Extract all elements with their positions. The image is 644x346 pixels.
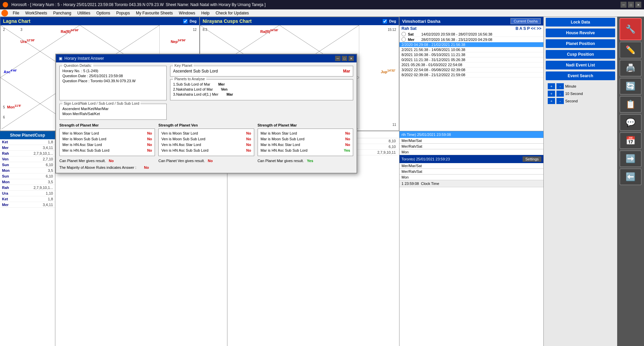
mar-row-1-value: No	[345, 131, 350, 135]
ven-row-3-value: No	[246, 143, 251, 147]
ven-result-value: No	[208, 159, 213, 163]
dialog-icon: ▣	[59, 56, 62, 61]
planets-analyse-label: Planets to Analyse	[173, 77, 206, 81]
mar-row-1-label: Mar is Moon Star Lord	[261, 131, 297, 135]
dialog-close-button[interactable]: ✕	[348, 56, 354, 61]
result-row: Can Planet Mer gives result. No Can Plan…	[59, 159, 353, 163]
analyse-value-1: Mer	[218, 82, 225, 86]
majority-value: No	[144, 165, 149, 169]
mer-result-value: No	[109, 159, 114, 163]
mer-row-4: Mer is HN Asc Sub Sub Lord No	[62, 148, 153, 153]
key-planet-value: Mar	[343, 69, 350, 73]
sign-lord-group: Sign Lord/Nak Lord / Sub Lord / Sub Sub …	[59, 104, 167, 120]
mar-row-4: Mar is HN Asc Sub Sub Lord Yes	[260, 148, 351, 153]
mar-result-value: Yes	[307, 159, 313, 163]
right-groups: Key Planet Ascendent Sub Sub Lord Mar Pl…	[170, 66, 353, 100]
mer-row-3-value: No	[147, 143, 152, 147]
strength-ven-box: Ven is Moon Star Lord No Ven is Moon Sub…	[158, 129, 254, 156]
strength-mer-title: Strength of Planet Mer	[59, 123, 155, 127]
asc-sub-sub-lord-label: Ascendent Sub Sub Lord	[173, 69, 218, 73]
strength-ven-title: Strength of Planet Ven	[158, 123, 254, 127]
mar-row-3-value: No	[345, 143, 350, 147]
mar-row-3-label: Mar is HN Asc Star Lord	[261, 143, 300, 147]
ven-row-3: Ven is HN Asc Star Lord No	[161, 142, 252, 147]
question-details-label: Question Details:	[62, 63, 93, 67]
mer-row-1-label: Mer is Moon Star Lord	[62, 131, 99, 135]
ven-result-row: Can Planet Ven gives result. No	[158, 159, 254, 163]
key-planet-row: Ascendent Sub Sub Lord Mar	[173, 69, 350, 73]
dialog-minimize-button[interactable]: ─	[335, 56, 340, 61]
majority-row: The Majority of Above Rules indicates An…	[59, 165, 353, 169]
mer-row-1-value: No	[147, 131, 152, 135]
strength-ven-section: Strength of Planet Ven Ven is Moon Star …	[158, 123, 254, 156]
mer-result-row: Can Planet Mer gives result. No	[59, 159, 155, 163]
question-details-group: Question Details: Horary No. : 5 (1-249)…	[59, 66, 167, 100]
ven-row-4-value: No	[246, 148, 251, 152]
mar-result-label: Can Planet Mar gives result.	[258, 159, 304, 163]
dialog-title-bar: ▣ Horary Instant Answer ─ □ ✕	[56, 54, 357, 62]
majority-label: The Majority of Above Rules indicates An…	[59, 165, 136, 169]
mer-row-2-label: Mer is Moon Sub Sub Lord	[62, 137, 106, 141]
dialog-maximize-button[interactable]: □	[342, 56, 347, 61]
ven-row-1-label: Ven is Moon Star Lord	[161, 131, 198, 135]
mer-result-label: Can Planet Mer gives result.	[59, 159, 106, 163]
mar-row-4-label: Mar is HN Asc Sub Sub Lord	[261, 148, 308, 152]
ven-row-3-label: Ven is HN Asc Star Lord	[161, 143, 201, 147]
mer-row-4-label: Mer is HN Asc Sub Sub Lord	[62, 148, 109, 152]
strength-mer-section: Strength of Planet Mer Mer is Moon Star …	[59, 123, 155, 156]
mar-result-row: Can Planet Mar gives result. Yes	[258, 159, 353, 163]
question-date-row: Question Date : 25/01/2021 23:59:08	[62, 74, 164, 78]
mar-row-2-value: No	[345, 137, 350, 141]
mar-row-3: Mar is HN Asc Star Lord No	[260, 142, 351, 147]
horary-no-text: Horary No. : 5 (1-249)	[62, 69, 98, 73]
question-place-row: Question Place : Toronto 043.39.N 079.23…	[62, 79, 164, 83]
ven-row-1: Ven is Moon Star Lord No	[161, 131, 252, 136]
dialog-top-row: Question Details: Horary No. : 5 (1-249)…	[59, 66, 353, 100]
mer-row-4-value: No	[147, 148, 152, 152]
moon-sign-text: Moon Mer/Rah/Sat/Ket	[62, 112, 100, 116]
asc-sign-row: Ascendent Mar/Ket/Mar/Mar	[62, 107, 164, 111]
dialog-overlay: ▣ Horary Instant Answer ─ □ ✕ Question D…	[0, 0, 644, 346]
analyse-value-3: Mar	[226, 92, 233, 96]
strength-row: Strength of Planet Mer Mer is Moon Star …	[59, 123, 353, 156]
mar-row-2: Mar is Moon Sub Sub Lord No	[260, 137, 351, 141]
analyse-row-3: 3.Nakshatra Lord of(1.) Mer Mar	[173, 92, 350, 96]
analyse-label-3: 3.Nakshatra Lord of(1.) Mer	[173, 92, 218, 96]
ven-row-2: Ven is Moon Sub Sub Lord No	[161, 137, 252, 141]
key-planet-group: Key Planet Ascendent Sub Sub Lord Mar	[170, 66, 353, 77]
ven-row-2-value: No	[246, 137, 251, 141]
strength-mer-box: Mer is Moon Star Lord No Mer is Moon Sub…	[59, 129, 155, 156]
mar-row-1: Mar is Moon Star Lord No	[260, 131, 351, 136]
dialog-body: Question Details: Horary No. : 5 (1-249)…	[56, 62, 357, 173]
ven-row-4-label: Ven is HN Asc Sub Sub Lord	[161, 148, 208, 152]
analyse-label-1: 1.Sub Sub Lord of Mar	[173, 82, 210, 86]
ven-result-label: Can Planet Ven gives result.	[158, 159, 205, 163]
strength-mar-box: Mar is Moon Star Lord No Mar is Moon Sub…	[258, 129, 353, 156]
analyse-label-2: 2.Nakshatra Lord of Mar	[173, 87, 213, 91]
question-place-text: Question Place : Toronto 043.39.N 079.23…	[62, 79, 136, 83]
moon-sign-row: Moon Mer/Rah/Sat/Ket	[62, 112, 164, 116]
analyse-value-2: Ven	[221, 87, 228, 91]
key-planet-label: Key Planet	[173, 63, 194, 67]
mer-row-3-label: Mer is HN Asc Star Lord	[62, 143, 102, 147]
analyse-row-1: 1.Sub Sub Lord of Mar Mer	[173, 82, 350, 86]
asc-sign-text: Ascendent Mar/Ket/Mar/Mar	[62, 107, 109, 111]
mer-row-2: Mer is Moon Sub Sub Lord No	[62, 137, 153, 141]
analyse-row-2: 2.Nakshatra Lord of Mar Ven	[173, 87, 350, 91]
mer-row-2-value: No	[147, 137, 152, 141]
strength-mar-section: Strength of Planet Mar Mar is Moon Star …	[258, 123, 353, 156]
ven-row-2-label: Ven is Moon Sub Sub Lord	[161, 137, 205, 141]
horary-no-row: Horary No. : 5 (1-249)	[62, 69, 164, 73]
mer-row-3: Mer is HN Asc Star Lord No	[62, 142, 153, 147]
ven-row-4: Ven is HN Asc Sub Sub Lord No	[161, 148, 252, 153]
ven-row-1-value: No	[246, 131, 251, 135]
planets-analyse-group: Planets to Analyse 1.Sub Sub Lord of Mar…	[170, 79, 353, 100]
sign-lord-group-wrapper: Sign Lord/Nak Lord / Sub Lord / Sub Sub …	[59, 104, 353, 120]
mar-row-4-value: Yes	[344, 148, 350, 152]
mer-row-1: Mer is Moon Star Lord No	[62, 131, 153, 136]
mar-row-2-label: Mar is Moon Sub Sub Lord	[261, 137, 305, 141]
question-date-text: Question Date : 25/01/2021 23:59:08	[62, 74, 123, 78]
dialog-title-text: Horary Instant Answer	[64, 56, 104, 61]
horary-dialog: ▣ Horary Instant Answer ─ □ ✕ Question D…	[55, 54, 357, 174]
sign-lord-label: Sign Lord/Nak Lord / Sub Lord / Sub Sub …	[62, 101, 141, 105]
